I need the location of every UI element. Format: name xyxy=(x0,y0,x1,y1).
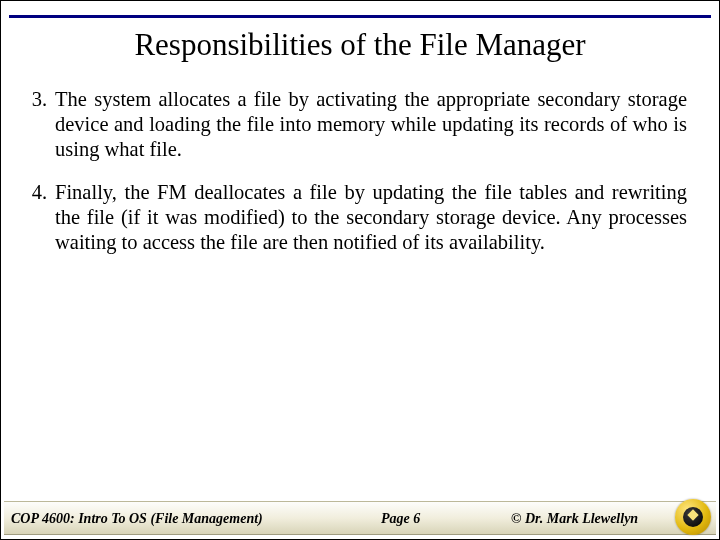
footer-page: Page 6 xyxy=(381,511,420,527)
top-rule xyxy=(9,15,711,18)
slide-title: Responsibilities of the File Manager xyxy=(1,27,719,63)
footer: COP 4600: Intro To OS (File Management) … xyxy=(1,501,719,539)
list-item: 4. Finally, the FM deallocates a file by… xyxy=(29,180,687,255)
slide: Responsibilities of the File Manager 3. … xyxy=(0,0,720,540)
item-number: 4. xyxy=(29,180,55,255)
footer-course: COP 4600: Intro To OS (File Management) xyxy=(11,511,263,527)
item-number: 3. xyxy=(29,87,55,162)
item-text: The system allocates a file by activatin… xyxy=(55,87,687,162)
list-item: 3. The system allocates a file by activa… xyxy=(29,87,687,162)
item-text: Finally, the FM deallocates a file by up… xyxy=(55,180,687,255)
footer-author: © Dr. Mark Llewellyn xyxy=(511,511,638,527)
body-text: 3. The system allocates a file by activa… xyxy=(29,87,687,273)
ucf-logo-icon xyxy=(675,499,711,535)
